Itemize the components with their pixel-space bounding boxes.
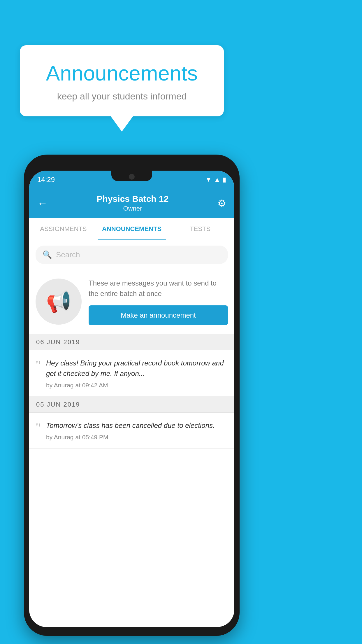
wifi-icon: ▼: [205, 176, 212, 183]
status-icons: ▼ ▲ ▮: [205, 176, 226, 183]
quote-icon: ": [36, 359, 41, 389]
back-button[interactable]: ←: [37, 197, 48, 209]
date-separator-1: 06 JUN 2019: [29, 334, 234, 350]
megaphone-icon: 📢: [46, 290, 71, 314]
announcement-text-2: Tomorrow's class has been cancelled due …: [46, 420, 228, 431]
tabs-bar: ASSIGNMENTS ANNOUNCEMENTS TESTS: [29, 218, 234, 240]
tab-assignments[interactable]: ASSIGNMENTS: [29, 218, 98, 240]
tab-tests[interactable]: TESTS: [166, 218, 234, 240]
announcement-content-2: Tomorrow's class has been cancelled due …: [46, 420, 228, 441]
date-separator-2: 05 JUN 2019: [29, 397, 234, 413]
page-subtitle: keep all your students informed: [37, 91, 206, 102]
make-announcement-button[interactable]: Make an announcement: [89, 305, 228, 325]
prompt-right: These are messages you want to send to t…: [89, 278, 228, 325]
status-time: 14:29: [37, 176, 55, 184]
quote-icon-2: ": [36, 421, 41, 441]
search-icon: 🔍: [43, 250, 52, 259]
signal-icon: ▲: [214, 176, 220, 183]
announcement-meta-2: by Anurag at 05:49 PM: [46, 434, 228, 441]
announcement-item-2[interactable]: " Tomorrow's class has been cancelled du…: [29, 413, 234, 449]
phone-screen: 14:29 ▼ ▲ ▮ ← Physics Batch 12 Owner ⚙ A…: [29, 171, 234, 627]
announcement-item-1[interactable]: " Hey class! Bring your practical record…: [29, 350, 234, 397]
search-container: 🔍 Search: [29, 240, 234, 269]
search-bar[interactable]: 🔍 Search: [36, 246, 228, 264]
prompt-description: These are messages you want to send to t…: [89, 278, 228, 299]
speech-bubble-container: Announcements keep all your students inf…: [20, 45, 224, 132]
search-placeholder: Search: [56, 250, 80, 259]
tab-announcements[interactable]: ANNOUNCEMENTS: [98, 218, 166, 240]
announcement-meta-1: by Anurag at 09:42 AM: [46, 382, 228, 389]
front-camera: [129, 174, 135, 180]
page-title: Announcements: [37, 61, 206, 85]
announcement-prompt: 📢 These are messages you want to send to…: [29, 269, 234, 334]
announcement-text-1: Hey class! Bring your practical record b…: [46, 358, 228, 379]
speech-bubble-tail: [111, 116, 133, 132]
battery-icon: ▮: [223, 176, 226, 183]
megaphone-circle: 📢: [36, 279, 82, 325]
settings-icon[interactable]: ⚙: [217, 197, 226, 209]
user-role: Owner: [97, 205, 169, 212]
speech-bubble: Announcements keep all your students inf…: [20, 45, 224, 116]
header-title-group: Physics Batch 12 Owner: [97, 194, 169, 212]
phone-frame: 14:29 ▼ ▲ ▮ ← Physics Batch 12 Owner ⚙ A…: [24, 155, 240, 636]
batch-name: Physics Batch 12: [97, 194, 169, 204]
app-header: ← Physics Batch 12 Owner ⚙: [29, 189, 234, 218]
announcement-content-1: Hey class! Bring your practical record b…: [46, 358, 228, 389]
